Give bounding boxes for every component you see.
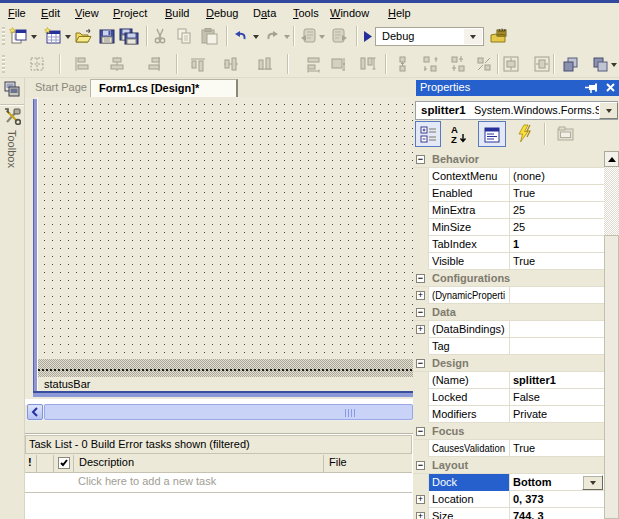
- svg-text:Z: Z: [451, 134, 457, 145]
